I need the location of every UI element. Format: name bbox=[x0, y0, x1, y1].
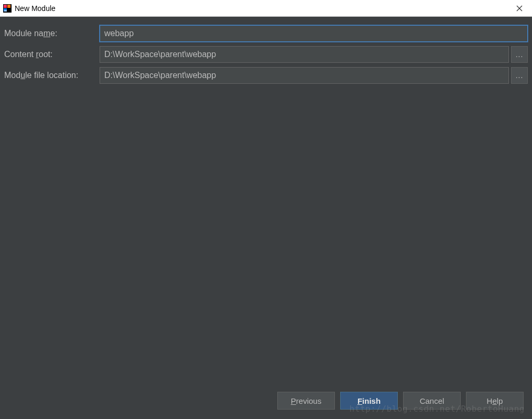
module-name-label: Module name: bbox=[4, 29, 97, 38]
spacer bbox=[4, 88, 528, 389]
close-button[interactable] bbox=[509, 0, 530, 16]
window-title: New Module bbox=[15, 4, 509, 13]
svg-rect-2 bbox=[7, 5, 10, 8]
content-root-browse-button[interactable]: ... bbox=[511, 46, 528, 63]
ellipsis-icon: ... bbox=[516, 71, 524, 80]
module-file-location-browse-button[interactable]: ... bbox=[511, 67, 528, 84]
cancel-button[interactable]: Cancel bbox=[403, 392, 461, 410]
previous-button[interactable]: Previous bbox=[277, 392, 335, 410]
button-bar: Previous Finish Cancel Help bbox=[4, 389, 528, 415]
content-root-input[interactable] bbox=[100, 46, 509, 63]
svg-rect-4 bbox=[4, 10, 7, 12]
intellij-icon bbox=[3, 4, 12, 13]
svg-rect-1 bbox=[4, 5, 7, 8]
dialog-content: Module name: Content root: ... Module fi… bbox=[0, 17, 532, 419]
module-name-input[interactable] bbox=[100, 25, 528, 42]
content-root-row: Content root: ... bbox=[4, 46, 528, 63]
close-icon bbox=[516, 5, 523, 12]
module-name-row: Module name: bbox=[4, 25, 528, 42]
titlebar: New Module bbox=[0, 0, 532, 17]
help-button[interactable]: Help bbox=[466, 392, 524, 410]
ellipsis-icon: ... bbox=[516, 50, 524, 59]
module-file-location-input[interactable] bbox=[100, 67, 509, 84]
finish-button[interactable]: Finish bbox=[340, 392, 398, 410]
content-root-label: Content root: bbox=[4, 50, 97, 59]
module-file-location-row: Module file location: ... bbox=[4, 67, 528, 84]
module-file-location-label: Module file location: bbox=[4, 71, 97, 80]
